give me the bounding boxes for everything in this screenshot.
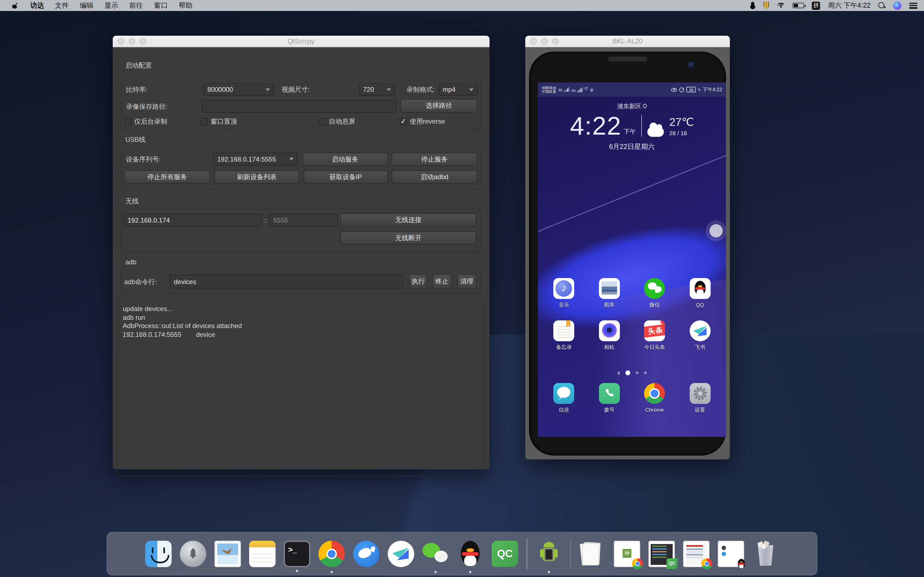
adb-clear-button[interactable]: 清理 — [457, 274, 476, 289]
menu-go[interactable]: 前往 — [124, 0, 149, 11]
minimize-button[interactable] — [541, 38, 548, 45]
qq-icon[interactable] — [750, 2, 756, 9]
app-toutiao[interactable]: 1 今日头条 — [635, 321, 674, 351]
record-path-input[interactable] — [202, 100, 397, 113]
dock-qq[interactable] — [457, 540, 483, 567]
siri-icon[interactable] — [893, 2, 901, 10]
checkbox-window-on-top[interactable]: 窗口置顶 — [201, 117, 237, 126]
app-music[interactable]: 音乐 — [545, 278, 583, 309]
app-memo[interactable]: 备忘录 — [545, 321, 583, 351]
memo-icon — [554, 321, 575, 341]
adb-kill-button[interactable]: 终止 — [432, 274, 452, 289]
app-gallery[interactable]: 图库 — [590, 278, 628, 309]
running-indicator — [296, 570, 298, 572]
zoom-button[interactable] — [140, 38, 146, 45]
wireless-disconnect-button[interactable]: 无线断开 — [341, 231, 476, 245]
wireless-port-input[interactable] — [270, 214, 338, 226]
wireless-connect-button[interactable]: 无线连接 — [341, 213, 476, 226]
dock-launchpad[interactable] — [180, 540, 206, 567]
wireless-ip-input[interactable] — [124, 214, 261, 226]
dock-notes[interactable] — [249, 540, 276, 567]
rocket-icon — [186, 546, 200, 561]
app-grid-row1: 音乐 图库 微信 QQ — [538, 278, 726, 309]
video-size-combo[interactable]: 720 — [359, 84, 395, 96]
dock-wechat[interactable] — [422, 540, 449, 567]
dock-qt-creator[interactable]: QC — [492, 540, 518, 567]
qtscrcpy-titlebar[interactable]: QtScrcpy — [113, 36, 489, 47]
shield-icon[interactable] — [763, 2, 769, 9]
battery-icon[interactable] — [793, 3, 804, 8]
dock-feishu[interactable] — [388, 540, 414, 567]
apple-menu[interactable] — [6, 0, 25, 11]
checkbox-checked-icon[interactable] — [400, 118, 407, 125]
app-wechat[interactable]: 微信 — [635, 278, 674, 309]
zoom-button[interactable] — [552, 38, 559, 45]
phone-front-camera-icon — [688, 61, 696, 69]
dock-trash[interactable] — [753, 540, 779, 567]
minimize-button[interactable] — [129, 38, 135, 45]
dock-mail[interactable] — [215, 540, 241, 567]
app-camera[interactable]: 相机 — [590, 321, 628, 351]
menu-file[interactable]: 文件 — [50, 0, 74, 11]
checkbox-icon[interactable] — [319, 118, 326, 125]
app-settings[interactable]: 设置 — [681, 383, 719, 414]
usb-section-label: USB线 — [125, 135, 145, 145]
checkbox-auto-screen-off[interactable]: 自动息屏 — [319, 117, 355, 126]
phone-screen[interactable]: 优酷移动 中国联通 3G 4G ψ — [538, 82, 726, 437]
widget-date: 6月22日星期六 — [538, 142, 726, 152]
dock-chrome[interactable] — [318, 540, 345, 567]
get-device-ip-button[interactable]: 获取设备IP — [304, 170, 388, 184]
app-messages[interactable]: 信息 — [545, 383, 583, 414]
start-adbd-button[interactable]: 启动adbd — [392, 170, 477, 184]
dock-terminal[interactable]: >_ — [284, 540, 310, 567]
app-qq[interactable]: QQ — [681, 278, 719, 309]
menu-view[interactable]: 显示 — [99, 0, 124, 11]
dock-android-scrcpy[interactable] — [535, 540, 562, 567]
signal-3g: 3G — [558, 87, 569, 92]
dock-seal-app[interactable] — [353, 540, 380, 567]
checkbox-icon[interactable] — [201, 118, 208, 125]
record-format-combo[interactable]: mp4 — [439, 84, 477, 96]
menu-app-name[interactable]: 访达 — [25, 0, 50, 11]
clock-weather-widget[interactable]: 浦东新区 4:22 下午 27℃ 28 / 18 6月22日星期六 — [538, 102, 726, 152]
serial-combo[interactable]: 192.168.0.174:5555 — [213, 153, 297, 165]
dock-minimized-chat-window[interactable] — [718, 540, 744, 567]
menu-bar-clock[interactable]: 周六 下午4:22 — [828, 1, 871, 10]
search-icon[interactable] — [878, 2, 885, 9]
checkbox-background-record[interactable]: 仅后台录制 — [124, 117, 167, 126]
app-chrome[interactable]: Chrome — [635, 383, 674, 414]
dock-minimized-code-window[interactable]: QC — [648, 540, 675, 567]
input-method-icon[interactable]: 拼 — [812, 2, 820, 10]
app-feishu[interactable]: 飞书 — [681, 321, 719, 351]
adb-log-output[interactable]: update devices... adb run AdbProcess::ou… — [117, 300, 484, 476]
assistive-floating-ball[interactable] — [709, 224, 723, 237]
menu-edit[interactable]: 编辑 — [74, 0, 99, 11]
dock-finder[interactable] — [145, 540, 171, 567]
phone-window-titlebar[interactable]: BKL-AL20 — [525, 36, 730, 47]
checkbox-icon[interactable] — [124, 118, 131, 125]
app-dialer[interactable]: 拨号 — [590, 383, 628, 414]
qtscrcpy-body: 启动配置 比特率: 8000000 视频尺寸: 720 录制格式: mp4 录像… — [113, 47, 489, 469]
bitrate-combo[interactable]: 8000000 — [204, 84, 274, 96]
adb-command-input[interactable] — [170, 275, 403, 288]
refresh-device-list-button[interactable]: 刷新设备列表 — [215, 170, 299, 184]
checkbox-use-reverse[interactable]: 使用reverse — [400, 117, 445, 126]
qq-badge-icon — [736, 558, 747, 569]
dock-minimized-kun-window[interactable] — [614, 540, 640, 567]
traffic-lights — [530, 36, 559, 47]
close-button[interactable] — [530, 38, 537, 45]
page-dot — [617, 371, 620, 374]
dock-minimized-web-window[interactable] — [683, 540, 709, 567]
dock-documents-stack[interactable] — [579, 540, 606, 567]
menu-window[interactable]: 窗口 — [149, 0, 173, 11]
start-service-button[interactable]: 启动服务 — [302, 153, 388, 166]
menu-help[interactable]: 帮助 — [173, 0, 198, 11]
adb-run-button[interactable]: 执行 — [409, 274, 427, 289]
notification-list-icon[interactable] — [909, 2, 918, 8]
stop-all-services-button[interactable]: 停止所有服务 — [124, 170, 210, 184]
stop-service-button[interactable]: 停止服务 — [392, 153, 477, 166]
phone-status-bar: 优酷移动 中国联通 3G 4G ψ — [538, 82, 726, 97]
wifi-icon[interactable] — [777, 2, 785, 8]
choose-path-button[interactable]: 选择路径 — [401, 99, 477, 113]
close-button[interactable] — [118, 38, 124, 45]
